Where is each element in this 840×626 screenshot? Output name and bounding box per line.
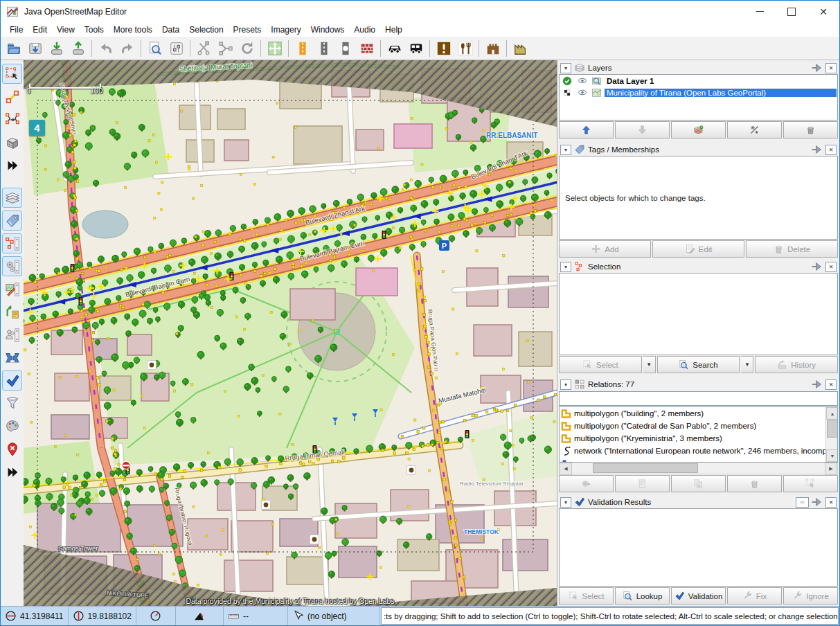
maximize-button[interactable] [776,1,807,22]
preset-hazard-button[interactable] [434,39,454,59]
notes-toggle-button[interactable] [2,439,22,459]
command-stack-toggle-button[interactable] [2,256,22,276]
map-styles-toggle-button[interactable] [2,416,22,436]
move-layer-down-button[interactable] [615,121,670,138]
duplicate-relation-button[interactable] [671,475,726,492]
lookup-button[interactable]: Lookup [615,587,670,605]
preset-crossing-button[interactable] [335,39,355,59]
save-button[interactable] [25,39,45,59]
visibility-eye-icon[interactable] [576,76,589,85]
selection-collapse-button[interactable]: ▾ [560,262,571,272]
redo-button[interactable] [117,39,137,59]
conflicts-toggle-button[interactable] [2,348,22,368]
layers-pin-icon[interactable] [812,62,823,73]
relation-row-2[interactable]: multipolygon ("Kryeministria", 3 members… [560,432,825,445]
more-panels-expander-button[interactable] [2,462,22,482]
search-presets-button[interactable] [145,39,165,59]
layers-collapse-button[interactable]: ▾ [560,63,571,73]
tags-collapse-button[interactable]: ▾ [560,145,571,155]
note-count-badge[interactable]: 4 [29,120,45,136]
menu-help[interactable]: Help [380,24,407,36]
preset-bus-button[interactable] [406,39,426,59]
upload-data-button[interactable] [68,39,88,59]
layer-row-0[interactable]: Data Layer 1 [560,75,837,87]
map-canvas[interactable]: PShëtitorja Murat ToptaniRruga Myslym Sh… [24,60,557,606]
merge-layer-button[interactable] [671,121,726,138]
delete-relation-button[interactable] [727,475,782,492]
layers-close-icon[interactable]: ✕ [825,63,837,73]
relations-collapse-button[interactable]: ▾ [560,379,571,390]
relations-pin-icon[interactable] [812,379,823,390]
draw-node-tool-button[interactable] [2,87,22,107]
relations-hscrollbar[interactable]: ◀ ▶ [559,463,838,474]
merge-node-tool-button[interactable] [2,109,22,129]
tags-pin-icon[interactable] [812,144,823,155]
relations-toggle-button[interactable] [2,302,22,322]
layer-opacity-button[interactable] [727,121,782,138]
refresh-data-button[interactable] [237,39,257,59]
ignore-button[interactable]: Ignore [783,587,838,605]
tags-panel-toggle-button[interactable] [2,211,22,231]
preset-works-button[interactable] [510,39,530,59]
relations-vscrollbar[interactable]: ▲ ▼ [825,407,837,462]
preset-road-button[interactable] [314,39,334,59]
menu-presets[interactable]: Presets [229,24,267,36]
layers-panel-toggle-button[interactable] [2,188,22,208]
menu-data[interactable]: Data [157,24,184,36]
undo-button[interactable] [96,39,116,59]
menu-audio[interactable]: Audio [349,24,380,36]
preset-motorway-button[interactable] [292,39,312,59]
combine-way-button[interactable] [215,39,235,59]
relation-row-1[interactable]: multipolygon ("Catedral de San Pablo", 2… [560,420,825,432]
extrude-tool-button[interactable] [2,132,22,152]
open-file-button[interactable] [3,39,24,59]
preset-wall-button[interactable] [357,39,377,59]
mappaint-toggle-button[interactable] [2,279,22,299]
validation-pin-icon[interactable] [812,497,823,508]
new-relation-button[interactable] [559,475,614,492]
select-button[interactable]: Select [559,356,642,373]
validation-results-list[interactable] [559,508,838,587]
zoom-to-data-button[interactable] [265,39,285,59]
move-layer-up-button[interactable] [559,121,614,138]
menu-tools[interactable]: Tools [80,24,109,36]
menu-imagery[interactable]: Imagery [266,24,305,36]
validation-button[interactable]: Validation [671,587,726,605]
split-way-button[interactable] [194,39,214,59]
select-tool-button[interactable] [2,64,22,84]
validation-collapse-button[interactable]: ▾ [560,497,571,508]
add-button[interactable]: Add [559,240,651,258]
menu-windows[interactable]: Windows [306,24,350,36]
minimize-button[interactable] [744,1,776,22]
select-dropdown-icon[interactable]: ▼ [643,356,656,373]
menu-view[interactable]: View [52,24,80,36]
preferences-button[interactable] [166,39,186,59]
visibility-eye-icon[interactable] [576,88,589,97]
relation-row-3[interactable]: network ("International European route n… [560,445,825,457]
validation-toggle-button[interactable] [2,370,22,391]
close-button[interactable]: ✕ [807,1,839,22]
preset-castle-button[interactable] [483,39,503,59]
scroll-left-icon[interactable]: ◀ [560,463,572,475]
relations-filter-input[interactable] [559,391,838,406]
edit-relation-button[interactable] [615,475,670,492]
relations-close-icon[interactable]: ✕ [825,379,837,390]
validation-detach-button[interactable]: ▫▫ [796,497,809,508]
validation-close-icon[interactable]: ✕ [825,497,837,508]
selection-close-icon[interactable]: ✕ [825,262,837,272]
tags-close-icon[interactable]: ✕ [825,145,837,155]
menu-edit[interactable]: Edit [28,24,52,36]
menu-file[interactable]: File [5,24,28,36]
search-button[interactable]: Search [657,356,740,373]
authors-toggle-button[interactable] [2,325,22,345]
select-members-button[interactable] [783,475,838,492]
filter-toggle-button[interactable] [2,393,22,413]
delete-button[interactable]: Delete [746,240,838,258]
search-dropdown-icon[interactable]: ▼ [741,356,753,373]
preset-restaurant-button[interactable] [455,39,475,59]
scroll-up-icon[interactable]: ▲ [826,407,838,420]
menu-more-tools[interactable]: More tools [109,24,157,36]
history-button[interactable]: History [755,356,838,373]
menu-selection[interactable]: Selection [184,24,228,36]
more-tools-expander-button[interactable] [2,155,22,175]
